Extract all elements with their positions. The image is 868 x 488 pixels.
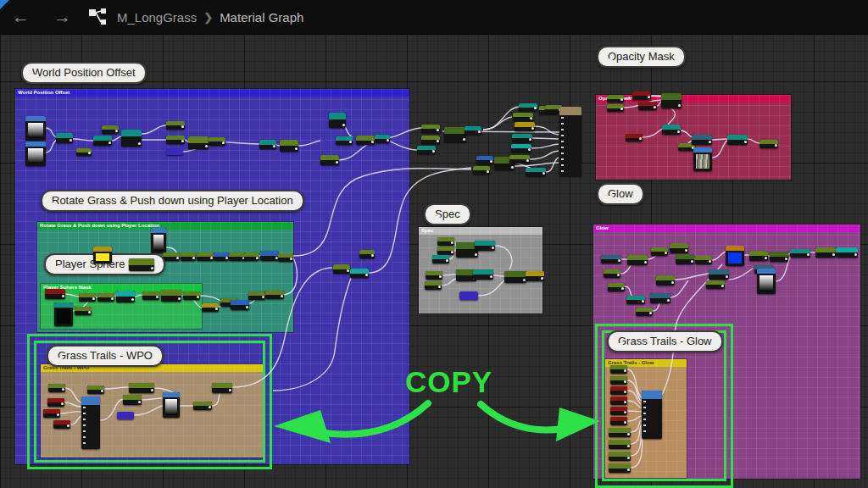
graph-node[interactable] [47, 398, 64, 407]
graph-node[interactable] [166, 121, 185, 130]
node-output-pin[interactable] [624, 369, 626, 372]
node-output-pin[interactable] [490, 160, 492, 163]
graph-node[interactable] [54, 302, 73, 326]
node-output-pin[interactable] [530, 117, 532, 119]
graph-node[interactable] [636, 308, 653, 316]
graph-node[interactable] [692, 135, 712, 145]
graph-node[interactable] [661, 93, 682, 108]
node-output-pin[interactable] [463, 138, 465, 141]
node-output-pin[interactable] [151, 267, 153, 269]
graph-node[interactable] [610, 417, 627, 425]
node-output-pin[interactable] [627, 433, 630, 435]
node-output-pin[interactable] [138, 142, 141, 145]
graph-node[interactable] [504, 271, 526, 283]
graph-node[interactable] [129, 383, 154, 393]
graph-node[interactable] [244, 252, 259, 261]
graph-node[interactable] [81, 396, 100, 449]
graph-node[interactable] [432, 255, 449, 263]
graph-node[interactable] [333, 264, 350, 274]
node-output-pin[interactable] [644, 261, 647, 263]
graph-node[interactable] [610, 386, 627, 395]
node-output-pin[interactable] [439, 275, 442, 278]
graph-node[interactable] [757, 269, 776, 294]
node-output-pin[interactable] [624, 401, 626, 403]
node-output-pin[interactable] [709, 260, 711, 263]
graph-node[interactable] [426, 271, 442, 280]
graph-node[interactable] [87, 385, 104, 394]
node-output-pin[interactable] [181, 125, 184, 128]
graph-node[interactable] [25, 141, 46, 166]
graph-node[interactable] [513, 113, 533, 121]
graph-node[interactable] [727, 135, 748, 145]
node-output-pin[interactable] [156, 296, 159, 298]
graph-node[interactable] [815, 247, 836, 258]
node-output-pin[interactable] [534, 107, 537, 109]
graph-node[interactable] [626, 134, 643, 141]
node-output-pin[interactable] [131, 298, 134, 301]
graph-node[interactable] [121, 130, 142, 147]
graph-node[interactable] [760, 140, 778, 148]
node-output-pin[interactable] [273, 145, 275, 147]
node-output-pin[interactable] [176, 257, 179, 259]
graph-node[interactable] [229, 252, 246, 261]
graph-node[interactable] [417, 146, 436, 154]
node-output-pin[interactable] [654, 106, 656, 108]
graph-node[interactable] [512, 134, 532, 142]
node-output-pin[interactable] [108, 141, 111, 144]
graph-node[interactable] [608, 283, 625, 291]
graph-canvas[interactable]: COPY World Position OffsetOpacity MaskRo… [0, 0, 868, 488]
node-output-pin[interactable] [365, 274, 368, 276]
graph-node[interactable] [656, 275, 675, 286]
node-output-pin[interactable] [192, 257, 195, 259]
node-output-pin[interactable] [205, 145, 208, 147]
graph-node[interactable] [515, 122, 535, 131]
node-output-pin[interactable] [225, 257, 228, 259]
node-output-pin[interactable] [62, 388, 64, 391]
graph-node[interactable] [117, 412, 134, 419]
node-input-pins[interactable] [561, 117, 564, 173]
node-output-pin[interactable] [627, 445, 630, 447]
graph-node[interactable] [123, 395, 142, 405]
node-output-pin[interactable] [281, 295, 283, 297]
node-output-pin[interactable] [624, 421, 626, 424]
graph-node[interactable] [188, 136, 209, 149]
graph-node[interactable] [790, 249, 810, 258]
graph-node[interactable] [670, 243, 688, 253]
node-input-pins[interactable] [83, 407, 86, 446]
graph-node[interactable] [76, 148, 92, 156]
node-output-pin[interactable] [246, 306, 248, 308]
graph-node[interactable] [375, 135, 390, 143]
node-output-pin[interactable] [151, 389, 153, 391]
node-output-pin[interactable] [775, 144, 777, 147]
graph-node[interactable] [93, 247, 112, 263]
node-output-pin[interactable] [531, 127, 534, 130]
node-output-pin[interactable] [832, 253, 835, 256]
forward-button[interactable]: → [42, 0, 83, 34]
graph-node[interactable] [45, 289, 65, 299]
graph-node[interactable] [607, 104, 624, 112]
node-output-pin[interactable] [101, 390, 103, 392]
node-output-pin[interactable] [511, 166, 514, 169]
node-output-pin[interactable] [88, 152, 91, 154]
graph-node[interactable] [209, 137, 225, 146]
node-output-pin[interactable] [541, 277, 543, 280]
graph-node[interactable] [601, 255, 621, 263]
graph-node[interactable] [632, 92, 651, 100]
graph-node[interactable] [473, 269, 493, 280]
node-output-pin[interactable] [691, 260, 693, 263]
graph-node[interactable] [329, 113, 346, 128]
node-output-pin[interactable] [744, 141, 747, 143]
node-output-pin[interactable] [721, 285, 724, 287]
graph-node[interactable] [48, 384, 65, 392]
graph-node[interactable] [425, 281, 442, 290]
node-output-pin[interactable] [197, 296, 199, 298]
node-output-pin[interactable] [111, 297, 114, 300]
node-output-pin[interactable] [295, 147, 298, 150]
graph-node[interactable] [350, 269, 369, 278]
graph-node[interactable] [212, 383, 232, 393]
graph-node[interactable] [693, 147, 712, 171]
node-output-pin[interactable] [347, 269, 349, 272]
graph-node[interactable] [604, 269, 620, 278]
node-output-pin[interactable] [437, 140, 439, 142]
graph-node[interactable] [166, 136, 185, 144]
